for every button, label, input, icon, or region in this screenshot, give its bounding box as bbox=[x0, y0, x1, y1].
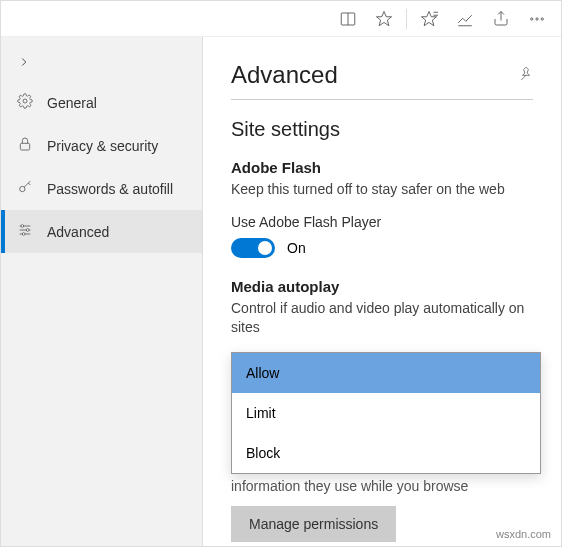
svg-point-18 bbox=[22, 233, 25, 236]
sidebar: General Privacy & security Passwords & a… bbox=[1, 37, 203, 546]
gear-icon bbox=[17, 93, 33, 112]
svg-rect-11 bbox=[20, 143, 29, 150]
svg-marker-2 bbox=[377, 11, 392, 25]
sidebar-item-label: Privacy & security bbox=[47, 138, 158, 154]
flash-desc: Keep this turned off to stay safer on th… bbox=[231, 180, 533, 200]
lock-icon bbox=[17, 136, 33, 155]
favorites-list-icon[interactable] bbox=[411, 1, 447, 37]
svg-point-9 bbox=[541, 17, 543, 19]
section-title: Site settings bbox=[231, 118, 533, 141]
divider bbox=[406, 9, 407, 29]
sidebar-item-label: Advanced bbox=[47, 224, 109, 240]
svg-point-16 bbox=[21, 225, 24, 228]
manage-permissions-button[interactable]: Manage permissions bbox=[231, 506, 396, 542]
reading-view-icon[interactable] bbox=[330, 1, 366, 37]
sidebar-item-label: General bbox=[47, 95, 97, 111]
flash-heading: Adobe Flash bbox=[231, 159, 533, 176]
flash-toggle-state: On bbox=[287, 240, 306, 256]
svg-point-7 bbox=[531, 17, 533, 19]
svg-line-19 bbox=[521, 75, 526, 80]
sidebar-item-advanced[interactable]: Advanced bbox=[1, 210, 202, 253]
sidebar-item-general[interactable]: General bbox=[1, 81, 202, 124]
key-icon bbox=[17, 179, 33, 198]
under-text: information they use while you browse bbox=[231, 478, 533, 494]
back-button[interactable] bbox=[1, 47, 202, 81]
autoplay-dropdown[interactable]: Allow Limit Block bbox=[231, 352, 541, 474]
sidebar-item-passwords[interactable]: Passwords & autofill bbox=[1, 167, 202, 210]
notes-icon[interactable] bbox=[447, 1, 483, 37]
svg-point-8 bbox=[536, 17, 538, 19]
main-panel: Advanced Site settings Adobe Flash Keep … bbox=[203, 37, 561, 546]
svg-point-17 bbox=[26, 229, 29, 232]
more-icon[interactable] bbox=[519, 1, 555, 37]
share-icon[interactable] bbox=[483, 1, 519, 37]
flash-setting-label: Use Adobe Flash Player bbox=[231, 214, 533, 230]
favorite-icon[interactable] bbox=[366, 1, 402, 37]
flash-toggle[interactable] bbox=[231, 238, 275, 258]
divider bbox=[231, 99, 533, 100]
svg-point-10 bbox=[23, 99, 27, 103]
autoplay-option-block[interactable]: Block bbox=[232, 433, 540, 473]
watermark: wsxdn.com bbox=[496, 528, 551, 540]
autoplay-option-limit[interactable]: Limit bbox=[232, 393, 540, 433]
sidebar-item-label: Passwords & autofill bbox=[47, 181, 173, 197]
svg-marker-3 bbox=[422, 11, 437, 25]
svg-point-12 bbox=[20, 186, 25, 191]
sidebar-item-privacy[interactable]: Privacy & security bbox=[1, 124, 202, 167]
autoplay-option-allow[interactable]: Allow bbox=[232, 353, 540, 393]
autoplay-desc: Control if audio and video play automati… bbox=[231, 299, 533, 338]
page-title: Advanced bbox=[231, 61, 338, 89]
toolbar bbox=[1, 1, 561, 37]
pin-icon[interactable] bbox=[519, 66, 533, 84]
sliders-icon bbox=[17, 222, 33, 241]
autoplay-heading: Media autoplay bbox=[231, 278, 533, 295]
